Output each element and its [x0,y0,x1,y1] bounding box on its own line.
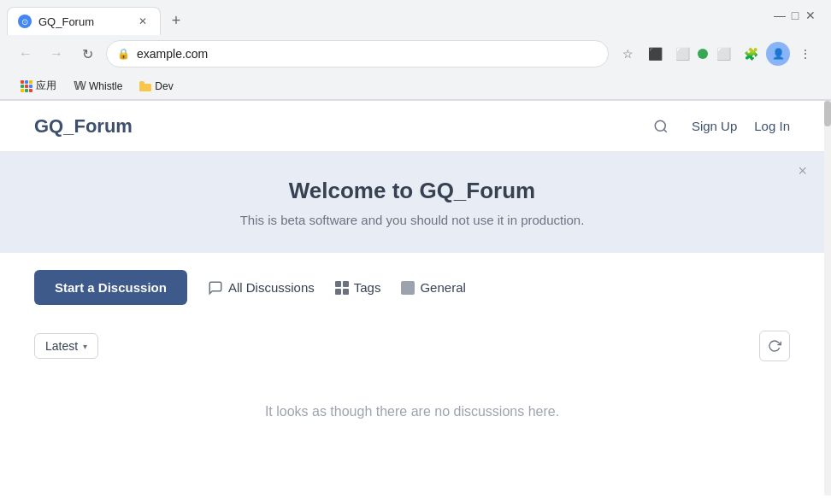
page-content: GQ_Forum Sign Up Log In × Welcome to GQ_… [0,101,831,495]
profile-button[interactable]: 👤 [766,42,790,66]
bookmark-apps[interactable]: 应用 [14,76,63,96]
site-logo: GQ_Forum [34,115,133,138]
toolbar: Start a Discussion All Discussions Tags … [0,253,824,322]
general-icon [401,281,415,295]
url-text: example.com [137,47,598,61]
svg-point-0 [655,120,665,131]
screenshot-button[interactable]: ⬜ [670,42,694,66]
dev-label: Dev [155,80,173,92]
extensions-button[interactable]: 🧩 [739,42,763,66]
scrollbar-thumb[interactable] [824,101,831,126]
tab-favicon: ⊙ [18,15,32,28]
tags-link[interactable]: Tags [335,280,381,295]
reload-button[interactable]: ↻ [75,42,99,66]
latest-dropdown[interactable]: Latest ▾ [34,333,98,359]
media-button[interactable]: ⬜ [711,42,735,66]
forward-button[interactable]: → [44,42,68,66]
url-bar[interactable]: 🔒 example.com [106,40,609,67]
tags-label: Tags [354,280,381,295]
welcome-title: Welcome to GQ_Forum [34,178,790,204]
welcome-banner: × Welcome to GQ_Forum This is beta softw… [0,152,824,253]
discussions-icon [208,280,223,296]
refresh-icon [768,339,781,353]
header-actions: Sign Up Log In [647,113,790,140]
minimize-button[interactable]: — [773,9,787,22]
bookmark-dev[interactable]: Dev [133,78,180,95]
bookmark-button[interactable]: ☆ [616,42,639,66]
latest-label: Latest [45,339,78,353]
refresh-button[interactable] [759,331,790,361]
filter-bar: Latest ▾ [0,322,824,370]
close-button[interactable]: ✕ [804,9,817,22]
tab-title: GQ_Forum [38,15,129,28]
search-button[interactable] [647,113,675,140]
address-bar: ← → ↻ 🔒 example.com ☆ ⬛ ⬜ ⬜ 🧩 👤 ⋮ [0,35,831,73]
whistle-icon: 𝕎 [74,79,85,92]
qr-button[interactable]: ⬛ [643,42,667,66]
bookmark-whistle[interactable]: 𝕎 Whistle [67,77,129,95]
menu-button[interactable]: ⋮ [793,42,817,66]
apps-icon [21,80,32,92]
banner-close-button[interactable]: × [798,162,807,180]
apps-label: 应用 [36,79,56,93]
general-link[interactable]: General [401,280,465,295]
maximize-button[interactable]: □ [788,9,802,22]
tags-icon [335,281,349,295]
bookmarks-bar: 应用 𝕎 Whistle Dev [0,73,831,100]
folder-icon [139,81,151,91]
empty-state-message: It looks as though there are no discussi… [34,404,790,419]
site-header: GQ_Forum Sign Up Log In [0,101,824,152]
whistle-label: Whistle [89,80,122,92]
all-discussions-link[interactable]: All Discussions [208,280,315,296]
new-tab-button[interactable]: + [164,9,188,33]
empty-state: It looks as though there are no discussi… [0,370,824,454]
welcome-subtitle: This is beta software and you should not… [34,213,790,227]
browser-actions: ☆ ⬛ ⬜ ⬜ 🧩 👤 ⋮ [616,42,817,66]
log-in-link[interactable]: Log In [754,119,790,133]
back-button[interactable]: ← [14,42,38,66]
svg-line-1 [663,129,666,132]
start-discussion-button[interactable]: Start a Discussion [34,270,187,305]
search-icon [653,119,669,134]
dropdown-arrow-icon: ▾ [83,342,87,351]
scrollbar[interactable] [824,101,831,495]
security-icon: 🔒 [117,48,130,60]
tab-close-button[interactable]: ✕ [136,15,150,28]
browser-tab[interactable]: ⊙ GQ_Forum ✕ [7,7,161,35]
general-label: General [420,280,465,295]
all-discussions-label: All Discussions [228,280,315,295]
cast-button[interactable] [698,49,708,59]
sign-up-link[interactable]: Sign Up [692,119,737,133]
